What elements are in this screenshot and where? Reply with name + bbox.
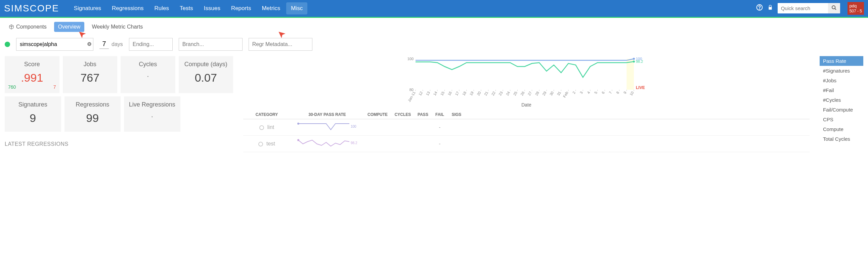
days-filter: days (99, 40, 123, 49)
nav-link-rules[interactable]: Rules (150, 2, 174, 14)
svg-text:27: 27 (527, 91, 533, 96)
svg-point-70 (633, 58, 635, 60)
circle-icon (258, 142, 263, 147)
ending-input[interactable] (129, 38, 173, 51)
nav-link-metrics[interactable]: Metrics (257, 2, 285, 14)
table-row[interactable]: test98.2- (243, 136, 810, 152)
filter-row: ➤ ➤ days (0, 36, 868, 56)
svg-text:17: 17 (454, 91, 460, 96)
component-filter[interactable] (16, 38, 93, 51)
col-sigs: SIGS (448, 112, 465, 117)
subnav-weekly-metric-charts[interactable]: Weekly Metric Charts (88, 22, 147, 32)
metric--jobs[interactable]: #Jobs (819, 75, 863, 85)
metric-cps[interactable]: CPS (819, 115, 863, 124)
branch-input[interactable] (179, 38, 243, 51)
search-input[interactable] (778, 3, 828, 13)
nav-link-issues[interactable]: Issues (199, 2, 225, 14)
nav-link-tests[interactable]: Tests (175, 2, 198, 14)
metric--signatures[interactable]: #Signatures (819, 66, 863, 75)
svg-text:26: 26 (520, 91, 525, 96)
fail-value: - (431, 141, 448, 147)
circle-icon (259, 125, 264, 130)
svg-text:9: 9 (623, 91, 627, 94)
metric-pass-rate[interactable]: Pass Rate (819, 56, 863, 66)
col-category: CATEGORY (243, 112, 290, 117)
component-input[interactable] (20, 41, 87, 47)
stat-title: Regressions (75, 101, 109, 108)
nav-right: pdq 507 - 5 (756, 2, 864, 15)
svg-text:31: 31 (556, 91, 562, 96)
cube-icon (9, 24, 14, 30)
lock-icon[interactable] (768, 5, 773, 12)
metric-fail-compute[interactable]: Fail/Compute (819, 105, 863, 115)
stat-title: Jobs (84, 61, 96, 68)
pdq-line1: pdq (849, 3, 862, 9)
category-table: CATEGORY 30-DAY PASS RATE COMPUTE CYCLES… (243, 112, 810, 152)
stat-value: 9 (30, 111, 36, 125)
stat-regressions[interactable]: Regressions 99 (64, 96, 121, 132)
pass-rate-chart[interactable]: 80100Jan-1112131415161718192021222324252… (243, 56, 810, 103)
clear-icon[interactable] (87, 42, 92, 47)
days-input[interactable] (99, 40, 109, 49)
metric--fail[interactable]: #Fail (819, 85, 863, 95)
svg-text:6: 6 (601, 91, 605, 94)
metric--cycles[interactable]: #Cycles (819, 95, 863, 105)
stat-cycles[interactable]: Cycles · (121, 56, 175, 93)
svg-text:10: 10 (629, 91, 634, 96)
subnav: ComponentsOverviewWeekly Metric Charts (0, 18, 868, 36)
nav-link-reports[interactable]: Reports (226, 2, 256, 14)
stat-value: 767 (80, 71, 99, 84)
stats-column: Score .991 760 7 Jobs 767 Cycles · Compu… (5, 56, 233, 152)
svg-point-1 (759, 9, 760, 9)
svg-point-75 (297, 123, 299, 125)
svg-point-2 (832, 6, 835, 9)
nav-link-signatures[interactable]: Signatures (69, 2, 106, 14)
nav-links: SignaturesRegressionsRulesTestsIssuesRep… (69, 2, 756, 14)
stat-compute[interactable]: Compute (days) 0.07 (179, 56, 234, 93)
days-label: days (112, 41, 123, 47)
help-icon[interactable] (756, 4, 763, 12)
svg-text:Feb: Feb (562, 91, 569, 98)
svg-text:7: 7 (608, 91, 612, 94)
nav-link-regressions[interactable]: Regressions (107, 2, 149, 14)
stat-signatures[interactable]: Signatures 9 (5, 96, 61, 132)
stat-score[interactable]: Score .991 760 7 (5, 56, 59, 93)
pdq-line2: 507 - 5 (849, 9, 862, 13)
subnav-components[interactable]: Components (5, 22, 51, 32)
svg-text:LIVE: LIVE (636, 85, 645, 90)
stat-live-regressions[interactable]: Live Regressions · (124, 96, 180, 132)
svg-point-77 (297, 139, 299, 141)
search-button[interactable] (828, 3, 840, 13)
svg-text:29: 29 (541, 91, 547, 96)
svg-text:28: 28 (534, 91, 540, 96)
svg-text:16: 16 (447, 91, 453, 96)
svg-text:4: 4 (586, 91, 591, 94)
svg-text:19: 19 (469, 91, 475, 96)
subnav-overview[interactable]: Overview (54, 22, 85, 32)
stat-value: 99 (86, 111, 99, 125)
main-content: Score .991 760 7 Jobs 767 Cycles · Compu… (0, 56, 868, 152)
table-header: CATEGORY 30-DAY PASS RATE COMPUTE CYCLES… (243, 112, 810, 119)
pdq-badge[interactable]: pdq 507 - 5 (847, 2, 864, 15)
svg-text:100: 100 (407, 57, 413, 61)
svg-text:3: 3 (579, 91, 584, 94)
stat-value: 0.07 (195, 71, 217, 84)
svg-text:15: 15 (440, 91, 445, 96)
stat-title: Live Regressions (129, 101, 175, 108)
category-name: lint (268, 124, 274, 130)
stat-title: Signatures (19, 101, 48, 108)
table-row[interactable]: lint100- (243, 119, 810, 136)
stat-value: · (147, 71, 149, 81)
metric-compute[interactable]: Compute (819, 124, 863, 134)
svg-text:14: 14 (432, 91, 438, 96)
stat-value: .991 (21, 71, 43, 84)
regr-metadata-input[interactable] (249, 38, 312, 51)
svg-text:21: 21 (484, 91, 489, 96)
stat-jobs[interactable]: Jobs 767 (63, 56, 118, 93)
stat-title: Compute (days) (184, 61, 227, 68)
latest-regressions-heading: LATEST REGRESSIONS (5, 141, 233, 147)
logo[interactable]: SIMSCOPE (4, 3, 59, 14)
svg-text:Jan-11: Jan-11 (407, 91, 416, 102)
nav-link-misc[interactable]: Misc (286, 2, 307, 14)
metric-total-cycles[interactable]: Total Cycles (819, 134, 863, 144)
